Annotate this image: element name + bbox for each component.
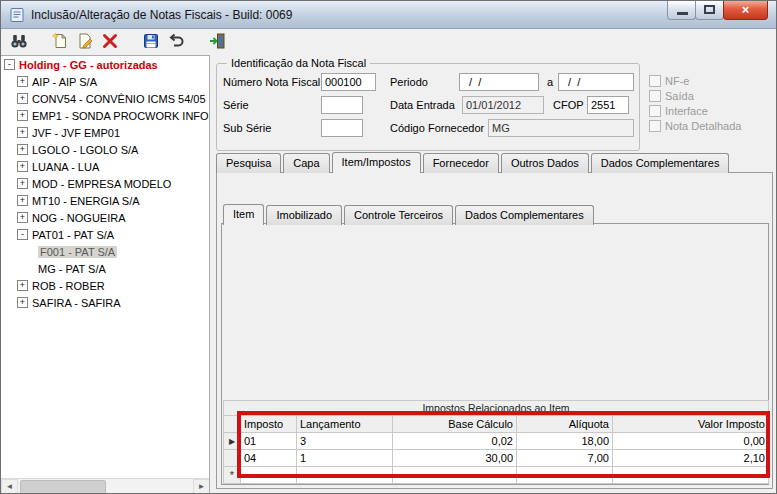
expand-icon[interactable]: + <box>17 212 28 223</box>
tree-item[interactable]: +SAFIRA - SAFIRA <box>1 294 209 311</box>
save-button[interactable] <box>138 31 163 54</box>
checkbox-icon <box>649 120 661 132</box>
grid-header-row: Imposto Lançamento Base Cálculo Alíquota… <box>224 416 769 433</box>
tab-capa[interactable]: Capa <box>283 153 329 173</box>
minimize-icon <box>677 12 688 15</box>
expand-icon[interactable]: + <box>17 127 28 138</box>
tree-item[interactable]: +JVF - JVF EMP01 <box>1 124 209 141</box>
serie-input[interactable] <box>321 96 363 114</box>
tree-item[interactable]: +MT10 - ENERGIA S/A <box>1 192 209 209</box>
edit-button[interactable] <box>72 31 97 54</box>
collapse-icon[interactable]: - <box>17 229 28 240</box>
row-selector <box>224 450 241 467</box>
expand-icon[interactable]: + <box>17 161 28 172</box>
undo-arrow-icon <box>167 32 185 53</box>
row-selector-header <box>224 416 241 433</box>
tree-item-f001-selected[interactable]: F001 - PAT S/A <box>1 243 209 260</box>
tab-pesquisa[interactable]: Pesquisa <box>216 153 281 173</box>
cfop-input[interactable] <box>587 96 629 114</box>
checkbox-nfe: NF-e <box>649 75 689 87</box>
checkbox-icon <box>649 90 661 102</box>
collapse-icon[interactable]: - <box>4 59 15 70</box>
app-icon <box>9 7 25 23</box>
scroll-right-icon[interactable]: ► <box>193 479 210 494</box>
checkbox-nota-detalhada: Nota Detalhada <box>649 120 741 132</box>
data-entrada-input <box>462 96 544 114</box>
main-tabstrip: Pesquisa Capa Item/Impostos Fornecedor O… <box>216 152 731 173</box>
tab-controle-terceiros[interactable]: Controle Terceiros <box>344 205 453 225</box>
tree-item-pat01[interactable]: -PAT01 - PAT S/A <box>1 226 209 243</box>
tree-item[interactable]: +ROB - ROBER <box>1 277 209 294</box>
tree-item[interactable]: +LUANA - LUA <box>1 158 209 175</box>
tree-item[interactable]: +LGOLO - LGOLO S/A <box>1 141 209 158</box>
tree-horizontal-scrollbar[interactable]: ◄ ► <box>1 478 210 494</box>
col-base-calculo: Base Cálculo <box>393 416 517 433</box>
cod-fornecedor-label: Código Fornecedor <box>390 122 484 134</box>
tab-dados-complementares[interactable]: Dados Complementares <box>591 153 730 173</box>
checkbox-interface: Interface <box>649 105 708 117</box>
exit-button[interactable] <box>204 31 229 54</box>
grid-title: Impostos Relacionados ao Item <box>224 401 769 416</box>
delete-x-icon <box>101 32 119 53</box>
exit-door-icon <box>208 32 226 53</box>
checkbox-icon <box>649 75 661 87</box>
expand-icon[interactable]: + <box>17 178 28 189</box>
tab-imobilizado[interactable]: Imobilizado <box>266 205 342 225</box>
numero-nota-input[interactable] <box>321 73 376 91</box>
find-button[interactable] <box>6 31 31 54</box>
tab-fornecedor[interactable]: Fornecedor <box>423 153 499 173</box>
tab-dados-complementares-inner[interactable]: Dados Complementares <box>455 205 594 225</box>
tree-item-holding[interactable]: - Holding - GG - autorizadas <box>1 56 209 73</box>
col-imposto: Imposto <box>241 416 297 433</box>
new-button[interactable] <box>47 31 72 54</box>
expand-icon[interactable]: + <box>17 110 28 121</box>
expand-icon[interactable]: + <box>17 144 28 155</box>
periodo-to-input[interactable] <box>558 73 634 91</box>
serie-label: Série <box>223 99 249 111</box>
expand-icon[interactable]: + <box>17 297 28 308</box>
maximize-button[interactable] <box>695 1 724 20</box>
tab-item-impostos[interactable]: Item/Impostos <box>332 152 421 173</box>
tree-item[interactable]: +CONV54 - CONVÊNIO ICMS 54/05 <box>1 90 209 107</box>
new-row-marker: * <box>224 467 241 484</box>
table-row[interactable]: 04 1 30,00 7,00 2,10 <box>224 450 769 467</box>
current-row-marker-icon: ▶ <box>224 433 241 450</box>
col-valor-imposto: Valor Imposto <box>613 416 769 433</box>
tree-item[interactable]: +AIP - AIP S/A <box>1 73 209 90</box>
scroll-left-icon[interactable]: ◄ <box>1 479 18 494</box>
new-document-icon <box>51 32 69 53</box>
maximize-icon <box>704 5 715 14</box>
tree-item[interactable]: +EMP1 - SONDA PROCWORK INFOR <box>1 107 209 124</box>
checkbox-icon <box>649 105 661 117</box>
title-bar[interactable]: Inclusão/Alteração de Notas Fiscais - Bu… <box>1 1 776 29</box>
edit-document-icon <box>76 32 94 53</box>
tree-item[interactable]: +NOG - NOGUEIRA <box>1 209 209 226</box>
periodo-from-input[interactable] <box>459 73 539 91</box>
inner-tabstrip: Item Imobilizado Controle Terceiros Dado… <box>223 204 596 225</box>
scrollbar-thumb[interactable] <box>20 480 106 494</box>
main-toolbar <box>1 30 776 55</box>
minimize-button[interactable] <box>667 1 696 20</box>
table-row-new[interactable]: * <box>224 467 769 484</box>
tab-outros-dados[interactable]: Outros Dados <box>501 153 589 173</box>
undo-button[interactable] <box>163 31 188 54</box>
delete-button[interactable] <box>97 31 122 54</box>
company-tree: - Holding - GG - autorizadas +AIP - AIP … <box>1 55 210 494</box>
binoculars-icon <box>10 32 28 53</box>
expand-icon[interactable]: + <box>17 280 28 291</box>
checkbox-saida: Saída <box>649 90 694 102</box>
periodo-label: Periodo <box>390 76 428 88</box>
app-window: Inclusão/Alteração de Notas Fiscais - Bu… <box>0 0 777 494</box>
tree-item-mg[interactable]: MG - PAT S/A <box>1 260 209 277</box>
close-icon: × <box>742 2 750 17</box>
tree-item[interactable]: +MOD - EMPRESA MODELO <box>1 175 209 192</box>
impostos-grid: Impostos Relacionados ao Item Imposto La… <box>223 400 769 484</box>
save-disk-icon <box>142 32 160 53</box>
expand-icon[interactable]: + <box>17 76 28 87</box>
close-button[interactable]: × <box>723 1 768 20</box>
table-row[interactable]: ▶ 01 3 0,02 18,00 0,00 <box>224 433 769 450</box>
expand-icon[interactable]: + <box>17 93 28 104</box>
expand-icon[interactable]: + <box>17 195 28 206</box>
tab-item[interactable]: Item <box>223 204 264 225</box>
sub-serie-input[interactable] <box>321 119 363 137</box>
